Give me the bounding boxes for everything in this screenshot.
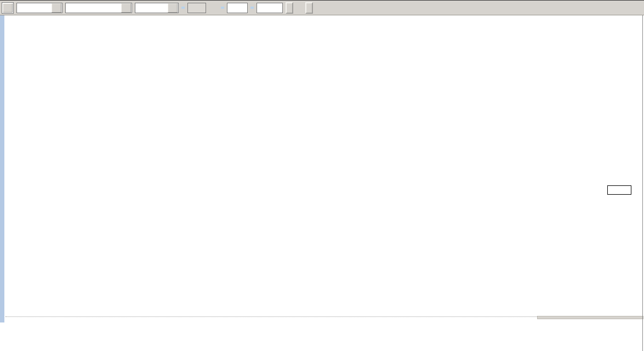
chevron-down-icon — [168, 3, 178, 13]
chevron-down-icon — [121, 3, 131, 13]
chart-style-combo[interactable] — [2, 2, 14, 14]
scrollbar-thumb[interactable] — [537, 316, 643, 319]
multi-symbol-button[interactable] — [305, 2, 313, 14]
chevron-down-icon — [52, 3, 61, 13]
window-edge — [0, 15, 4, 322]
contract-select[interactable] — [135, 3, 179, 13]
symbol-select[interactable] — [65, 3, 132, 13]
count-label — [250, 7, 254, 9]
volume-multiplier-badge — [607, 185, 631, 195]
apply-button[interactable] — [286, 2, 293, 14]
price-chart-canvas[interactable] — [0, 1, 644, 351]
category-select[interactable] — [16, 3, 62, 13]
minute-label — [221, 7, 224, 9]
toolbar — [0, 1, 644, 15]
bar-interval-spinner[interactable] — [187, 3, 206, 13]
minute-spinner[interactable] — [227, 3, 248, 13]
bar-label — [181, 7, 185, 9]
scrollbar-track — [5, 316, 537, 318]
window-right-border — [642, 1, 643, 351]
chevron-down-icon — [3, 3, 13, 13]
count-spinner[interactable] — [257, 3, 283, 13]
app-window — [0, 0, 644, 351]
horizontal-scrollbar[interactable] — [0, 316, 644, 322]
